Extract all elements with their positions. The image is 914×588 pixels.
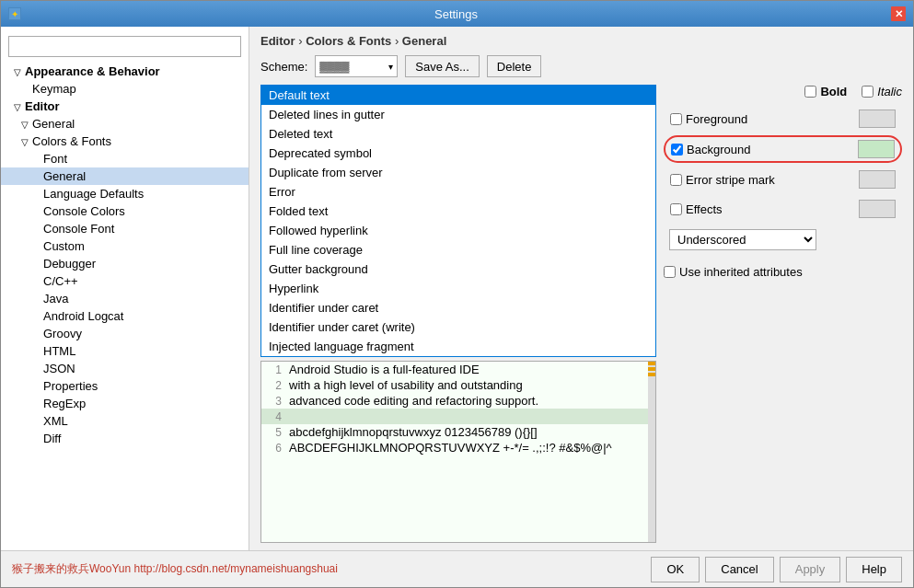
sidebar-label-android-logcat: Android Logcat bbox=[43, 309, 123, 323]
ok-button[interactable]: OK bbox=[651, 557, 700, 582]
close-button[interactable]: ✕ bbox=[891, 6, 906, 21]
sidebar-label-json: JSON bbox=[43, 362, 75, 375]
sidebar-item-cpp[interactable]: C/C++ bbox=[1, 272, 249, 290]
italic-checkbox[interactable] bbox=[862, 86, 874, 98]
bold-label[interactable]: Bold bbox=[804, 85, 847, 98]
line-text-1: Android Studio is a full-featured IDE bbox=[289, 363, 480, 376]
line-text-5: abcdefghijklmnopqrstuvwxyz 0123456789 ()… bbox=[289, 425, 538, 439]
expand-icon-appearance: ▽ bbox=[12, 67, 23, 77]
sidebar-item-editor[interactable]: ▽Editor bbox=[1, 98, 249, 115]
sidebar-item-appearance[interactable]: ▽Appearance & Behavior bbox=[1, 63, 249, 80]
foreground-checkbox[interactable] bbox=[670, 113, 682, 125]
sidebar-item-java[interactable]: Java bbox=[1, 290, 249, 307]
list-item-identifier-under-caret[interactable]: Identifier under caret bbox=[261, 298, 655, 317]
properties-panel: Bold Italic Foreground bbox=[664, 85, 902, 543]
preview-line-6: 6ABCDEFGHIJKLMNOPQRSTUVWXYZ +-*/= .,;:!?… bbox=[261, 440, 655, 455]
line-number-2: 2 bbox=[269, 379, 282, 392]
list-item-identifier-under-caret-write[interactable]: Identifier under caret (write) bbox=[261, 317, 655, 337]
expand-icon-colors-fonts: ▽ bbox=[19, 137, 30, 147]
sidebar-label-html: HTML bbox=[43, 344, 75, 358]
preview-line-3: 3advanced code editing and refactoring s… bbox=[261, 393, 655, 409]
sidebar-label-java: Java bbox=[43, 292, 68, 306]
background-label[interactable]: Background bbox=[687, 143, 850, 156]
list-item-followed-hyperlink[interactable]: Followed hyperlink bbox=[261, 221, 655, 240]
list-item-duplicate-from-server[interactable]: Duplicate from server bbox=[261, 163, 655, 182]
element-list[interactable]: Default textDeleted lines in gutterDelet… bbox=[260, 85, 656, 357]
list-item-deleted-lines[interactable]: Deleted lines in gutter bbox=[261, 105, 655, 124]
sidebar-items: ▽Appearance & Behavior Keymap▽Editor▽Gen… bbox=[1, 63, 249, 447]
sidebar-label-editor: Editor bbox=[25, 99, 60, 113]
list-item-gutter-background[interactable]: Gutter background bbox=[261, 259, 655, 279]
save-as-button[interactable]: Save As... bbox=[405, 55, 480, 77]
list-item-deleted-text[interactable]: Deleted text bbox=[261, 124, 655, 144]
sidebar-item-debugger[interactable]: Debugger bbox=[1, 255, 249, 272]
list-item-full-line-coverage[interactable]: Full line coverage bbox=[261, 240, 655, 259]
background-row: Background bbox=[664, 135, 902, 163]
sidebar-item-diff[interactable]: Diff bbox=[1, 430, 249, 447]
effects-type-select[interactable]: Underscored bbox=[669, 229, 816, 250]
sidebar-item-console-colors[interactable]: Console Colors bbox=[1, 202, 249, 220]
sidebar-item-regexp[interactable]: RegExp bbox=[1, 395, 249, 412]
sidebar-item-xml[interactable]: XML bbox=[1, 412, 249, 430]
scheme-row: Scheme: ▓▓▓▓ ▾ Save As... Delete bbox=[260, 55, 902, 77]
foreground-swatch[interactable] bbox=[859, 110, 896, 128]
sidebar-label-font: Font bbox=[43, 152, 67, 166]
list-item-hyperlink[interactable]: Hyperlink bbox=[261, 279, 655, 298]
apply-button[interactable]: Apply bbox=[780, 557, 841, 582]
list-item-deprecated-symbol[interactable]: Deprecated symbol bbox=[261, 144, 655, 163]
scheme-select[interactable]: ▓▓▓▓ ▾ bbox=[315, 55, 398, 77]
sidebar-item-keymap[interactable]: Keymap bbox=[1, 80, 249, 98]
inherited-label[interactable]: Use inherited attributes bbox=[679, 265, 803, 279]
search-area[interactable] bbox=[1, 30, 249, 63]
preview-line-5: 5abcdefghijklmnopqrstuvwxyz 0123456789 (… bbox=[261, 424, 655, 440]
background-swatch[interactable] bbox=[858, 140, 895, 158]
help-button[interactable]: Help bbox=[846, 557, 902, 582]
sidebar-item-custom[interactable]: Custom bbox=[1, 237, 249, 255]
sidebar: ▽Appearance & Behavior Keymap▽Editor▽Gen… bbox=[1, 27, 249, 550]
line-number-5: 5 bbox=[269, 426, 282, 439]
cancel-button[interactable]: Cancel bbox=[705, 557, 773, 582]
preview-line-1: 1Android Studio is a full-featured IDE bbox=[261, 362, 655, 377]
list-item-folded-text[interactable]: Folded text bbox=[261, 202, 655, 221]
italic-label[interactable]: Italic bbox=[862, 85, 902, 98]
foreground-label[interactable]: Foreground bbox=[686, 112, 851, 126]
sidebar-item-language-defaults[interactable]: Language Defaults bbox=[1, 185, 249, 202]
background-checkbox[interactable] bbox=[671, 144, 683, 156]
watermark-text: 猴子搬来的救兵WooYun http://blog.csdn.net/mynam… bbox=[12, 561, 651, 577]
error-stripe-row: Error stripe mark bbox=[664, 167, 902, 192]
sidebar-item-console-font[interactable]: Console Font bbox=[1, 220, 249, 237]
effects-label[interactable]: Effects bbox=[686, 202, 851, 216]
bottom-buttons: OK Cancel Apply Help bbox=[651, 557, 902, 582]
sidebar-item-general-sub[interactable]: General bbox=[1, 167, 249, 185]
list-item-error[interactable]: Error bbox=[261, 182, 655, 202]
sidebar-item-properties[interactable]: Properties bbox=[1, 377, 249, 395]
scrollbar-thumb-2 bbox=[648, 367, 655, 371]
error-stripe-label[interactable]: Error stripe mark bbox=[686, 173, 851, 187]
inherited-checkbox[interactable] bbox=[664, 266, 676, 278]
delete-button[interactable]: Delete bbox=[487, 55, 542, 77]
list-item-default-text[interactable]: Default text bbox=[261, 86, 655, 105]
sidebar-item-html[interactable]: HTML bbox=[1, 342, 249, 360]
error-stripe-checkbox[interactable] bbox=[670, 174, 682, 186]
sidebar-item-android-logcat[interactable]: Android Logcat bbox=[1, 307, 249, 325]
sidebar-item-general[interactable]: ▽General bbox=[1, 115, 249, 133]
sidebar-label-colors-fonts: Colors & Fonts bbox=[32, 134, 111, 148]
sidebar-label-console-font: Console Font bbox=[43, 222, 114, 236]
error-stripe-swatch[interactable] bbox=[859, 170, 896, 189]
window-title: Settings bbox=[21, 7, 891, 21]
search-input[interactable] bbox=[8, 36, 241, 57]
effects-checkbox[interactable] bbox=[670, 203, 682, 215]
effects-swatch[interactable] bbox=[859, 200, 896, 218]
sidebar-item-font[interactable]: Font bbox=[1, 150, 249, 167]
sidebar-label-appearance: Appearance & Behavior bbox=[25, 64, 160, 78]
sidebar-item-colors-fonts[interactable]: ▽Colors & Fonts bbox=[1, 133, 249, 150]
list-item-injected-language-fragment[interactable]: Injected language fragment bbox=[261, 337, 655, 356]
line-number-1: 1 bbox=[269, 363, 282, 376]
preview-scrollbar[interactable] bbox=[648, 362, 655, 542]
bold-checkbox[interactable] bbox=[804, 86, 816, 98]
sidebar-item-groovy[interactable]: Groovy bbox=[1, 325, 249, 342]
preview-area: 1Android Studio is a full-featured IDE2w… bbox=[260, 361, 656, 543]
sidebar-item-json[interactable]: JSON bbox=[1, 360, 249, 377]
foreground-row: Foreground bbox=[664, 106, 902, 132]
sidebar-label-regexp: RegExp bbox=[43, 397, 86, 410]
